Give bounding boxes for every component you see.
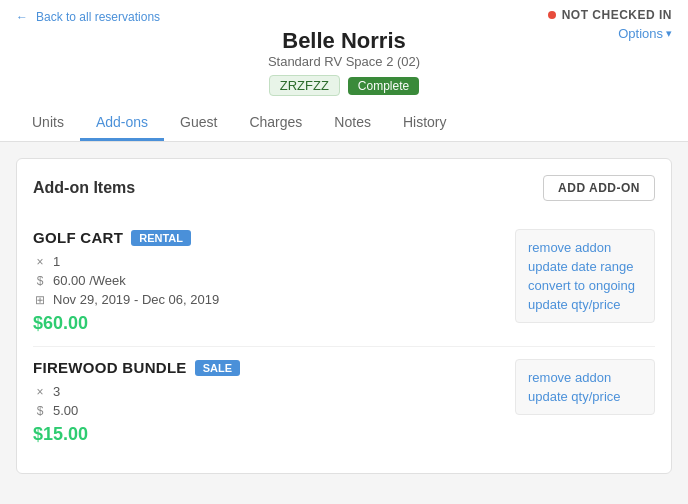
addon-item-firewood: FIREWOOD BUNDLE SALE × 3 $ 5.00 $15.00 r… bbox=[33, 347, 655, 457]
addon-tag-sale: SALE bbox=[195, 360, 240, 376]
addon-dates-golf-cart: Nov 29, 2019 - Dec 06, 2019 bbox=[53, 292, 219, 307]
addon-name-firewood: FIREWOOD BUNDLE bbox=[33, 359, 187, 376]
addon-quantity-golf-cart: 1 bbox=[53, 254, 60, 269]
quantity-icon-fw: × bbox=[33, 385, 47, 399]
tab-guest[interactable]: Guest bbox=[164, 106, 233, 141]
space-info: Standard RV Space 2 (02) bbox=[16, 54, 672, 69]
addon-items-card: Add-on Items ADD ADD-ON GOLF CART RENTAL… bbox=[16, 158, 672, 474]
addon-quantity-firewood: 3 bbox=[53, 384, 60, 399]
update-date-range-golf-cart-link[interactable]: update date range bbox=[528, 259, 642, 274]
check-in-status: NOT CHECKED IN bbox=[548, 8, 672, 22]
addon-total-golf-cart: $60.00 bbox=[33, 313, 499, 334]
nav-tabs: Units Add-ons Guest Charges Notes Histor… bbox=[16, 106, 672, 141]
back-link-label: Back to all reservations bbox=[36, 10, 160, 24]
calendar-icon: ⊞ bbox=[33, 293, 47, 307]
addon-actions-golf-cart: remove addon update date range convert t… bbox=[515, 229, 655, 323]
back-link[interactable]: Back to all reservations bbox=[16, 10, 160, 24]
complete-badge: Complete bbox=[348, 77, 419, 95]
tab-charges[interactable]: Charges bbox=[233, 106, 318, 141]
addon-item-golf-cart: GOLF CART RENTAL × 1 $ 60.00 /Week ⊞ Nov… bbox=[33, 217, 655, 347]
price-icon: $ bbox=[33, 274, 47, 288]
tab-notes[interactable]: Notes bbox=[318, 106, 387, 141]
update-qty-price-firewood-link[interactable]: update qty/price bbox=[528, 389, 642, 404]
tab-history[interactable]: History bbox=[387, 106, 463, 141]
addon-price-firewood: 5.00 bbox=[53, 403, 78, 418]
price-icon-fw: $ bbox=[33, 404, 47, 418]
remove-addon-firewood-link[interactable]: remove addon bbox=[528, 370, 642, 385]
remove-addon-golf-cart-link[interactable]: remove addon bbox=[528, 240, 642, 255]
addon-total-firewood: $15.00 bbox=[33, 424, 499, 445]
options-button[interactable]: Options bbox=[618, 26, 672, 41]
addon-name-golf-cart: GOLF CART bbox=[33, 229, 123, 246]
reservation-code: ZRZFZZ bbox=[269, 75, 340, 96]
addon-price-golf-cart: 60.00 /Week bbox=[53, 273, 126, 288]
convert-ongoing-golf-cart-link[interactable]: convert to ongoing bbox=[528, 278, 642, 293]
card-title: Add-on Items bbox=[33, 179, 135, 197]
add-addon-button[interactable]: ADD ADD-ON bbox=[543, 175, 655, 201]
quantity-icon: × bbox=[33, 255, 47, 269]
update-qty-price-golf-cart-link[interactable]: update qty/price bbox=[528, 297, 642, 312]
status-dot-icon bbox=[548, 11, 556, 19]
addon-actions-firewood: remove addon update qty/price bbox=[515, 359, 655, 415]
addon-tag-rental: RENTAL bbox=[131, 230, 191, 246]
tab-units[interactable]: Units bbox=[16, 106, 80, 141]
tab-addons[interactable]: Add-ons bbox=[80, 106, 164, 141]
